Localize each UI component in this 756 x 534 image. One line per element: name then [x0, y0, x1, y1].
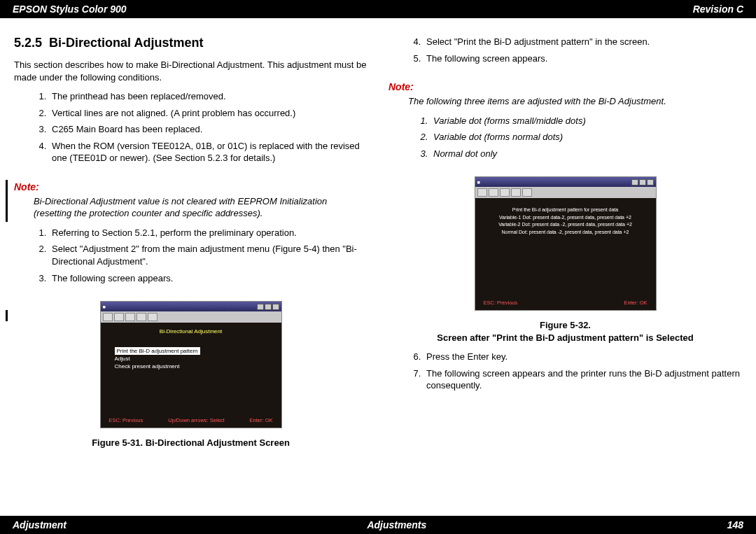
- condition-item: Vertical lines are not aligned. (A print…: [49, 107, 368, 120]
- note-item: Variable dot (forms small/middle dots): [430, 115, 742, 127]
- left-column: 5.2.5 Bi-Directional Adjustment This sec…: [14, 36, 368, 509]
- window-title: ■: [103, 304, 106, 309]
- figure-caption: Figure 5-32. Screen after "Print the Bi-…: [388, 319, 742, 344]
- close-icon: [647, 179, 654, 185]
- page: EPSON Stylus Color 900 Revision C 5.2.5 …: [0, 0, 756, 534]
- step-item: Referring to Section 5.2.1, perform the …: [49, 227, 368, 239]
- revision-bar: [6, 310, 8, 321]
- step-item: Select "Print the Bi-D adjustment patter…: [424, 36, 742, 48]
- header-left: EPSON Stylus Color 900: [13, 3, 127, 15]
- steps-list: Referring to Section 5.2.1, perform the …: [49, 227, 368, 288]
- steps-list-continued: Press the Enter key. The following scree…: [424, 351, 742, 396]
- toolbar-icon: [114, 313, 124, 321]
- window-title: ■: [477, 180, 480, 185]
- menu-option: Adjust: [115, 355, 273, 363]
- header-right: Revision C: [693, 3, 743, 15]
- window-titlebar: ■: [475, 177, 656, 187]
- intro-paragraph: This section describes how to make Bi-Di…: [14, 59, 368, 83]
- conditions-list: The printhead has been replaced/removed.…: [49, 90, 368, 169]
- toolbar-icon: [125, 313, 135, 321]
- figure-caption: Figure 5-31. Bi-Directional Adjustment S…: [14, 437, 368, 449]
- toolbar-icon: [477, 188, 487, 197]
- step-item: The following screen appears.: [424, 52, 742, 65]
- window-toolbar: [475, 187, 656, 198]
- note-label: Note:: [14, 181, 368, 192]
- toolbar-icon: [489, 188, 498, 197]
- maximize-icon: [265, 304, 272, 310]
- figure-number: Figure 5-32.: [540, 320, 591, 330]
- screen-footer: ESC: Previous Enter: OK: [484, 300, 648, 306]
- minimize-icon: [257, 304, 264, 310]
- window-titlebar: ■: [101, 302, 281, 311]
- condition-item: When the ROM (version TEE012A, 01B, or 0…: [49, 140, 368, 164]
- enter-hint: Enter: OK: [250, 417, 273, 423]
- page-header: EPSON Stylus Color 900 Revision C: [0, 0, 756, 18]
- enter-hint: Enter: OK: [624, 300, 648, 306]
- menu-option: Check present adjustment: [115, 363, 273, 370]
- esc-hint: ESC: Previous: [484, 300, 518, 306]
- screenshot-figure-5-31: ■ Bi-Directional Adjustment: [100, 301, 282, 428]
- footer-left: Adjustment: [13, 519, 66, 531]
- pattern-line: Print the Bi-d adjustment pattern for pr…: [484, 206, 648, 214]
- screenshot-body: Print the Bi-d adjustment pattern for pr…: [475, 198, 656, 310]
- steps-list-continued: Select "Print the Bi-D adjustment patter…: [424, 36, 742, 69]
- selected-option: Print the Bi-D adjustment pattern: [115, 347, 200, 355]
- step-item: Select "Adjustment 2" from the main adju…: [49, 243, 368, 267]
- minimize-icon: [631, 179, 638, 185]
- pattern-line: Variable-1 Dot: present data-2, present …: [484, 214, 648, 222]
- note-item: Variable dot (forms normal dots): [430, 131, 742, 143]
- right-column: Select "Print the Bi-D adjustment patter…: [388, 36, 742, 509]
- toolbar-icon: [511, 188, 521, 197]
- figure-title: Screen after "Print the Bi-D adjustment …: [437, 332, 693, 343]
- pattern-text: Print the Bi-d adjustment pattern for pr…: [484, 206, 648, 236]
- maximize-icon: [639, 179, 646, 185]
- toolbar-icon: [500, 188, 510, 197]
- footer-right: 148: [727, 519, 743, 531]
- toolbar-icon: [103, 313, 113, 321]
- screenshot-figure-5-32: ■ Print the Bi-d adjustme: [475, 176, 657, 311]
- screen-footer: ESC: Previous Up/Down arrows: Select Ent…: [109, 417, 273, 423]
- note-body: Bi-Directional Adjustment value is not c…: [34, 195, 368, 220]
- step-item: Press the Enter key.: [424, 351, 742, 363]
- note-items-list: Variable dot (forms small/middle dots) V…: [430, 115, 742, 164]
- screen-title: Bi-Directional Adjustment: [109, 328, 273, 335]
- condition-item: The printhead has been replaced/removed.: [49, 90, 368, 103]
- section-heading: 5.2.5 Bi-Directional Adjustment: [14, 36, 368, 50]
- content-area: 5.2.5 Bi-Directional Adjustment This sec…: [0, 18, 756, 516]
- page-footer: Adjustment Adjustments 148: [0, 516, 756, 534]
- note-label: Note:: [388, 81, 742, 92]
- footer-center: Adjustments: [367, 519, 426, 531]
- toolbar-icon: [136, 313, 146, 321]
- toolbar-icon: [522, 188, 532, 197]
- section-title-text: Bi-Directional Adjustment: [49, 36, 203, 50]
- esc-hint: ESC: Previous: [109, 417, 144, 423]
- window-toolbar: [101, 311, 281, 323]
- pattern-line: Normal Dot: present data -2, present dat…: [484, 229, 648, 237]
- note-item: Normal dot only: [430, 148, 742, 160]
- toolbar-icon: [148, 313, 158, 321]
- pattern-line: Variable-2 Dot: present data -2, present…: [484, 221, 648, 229]
- arrows-hint: Up/Down arrows: Select: [168, 417, 224, 423]
- note-intro: The following three items are adjusted w…: [408, 95, 742, 108]
- step-item: The following screen appears.: [49, 272, 368, 285]
- close-icon: [272, 304, 279, 310]
- section-number: 5.2.5: [14, 36, 42, 50]
- condition-item: C265 Main Board has been replaced.: [49, 123, 368, 136]
- screenshot-body: Bi-Directional Adjustment Print the Bi-D…: [101, 323, 281, 428]
- revision-bar: [6, 180, 8, 222]
- step-item: The following screen appears and the pri…: [424, 367, 742, 392]
